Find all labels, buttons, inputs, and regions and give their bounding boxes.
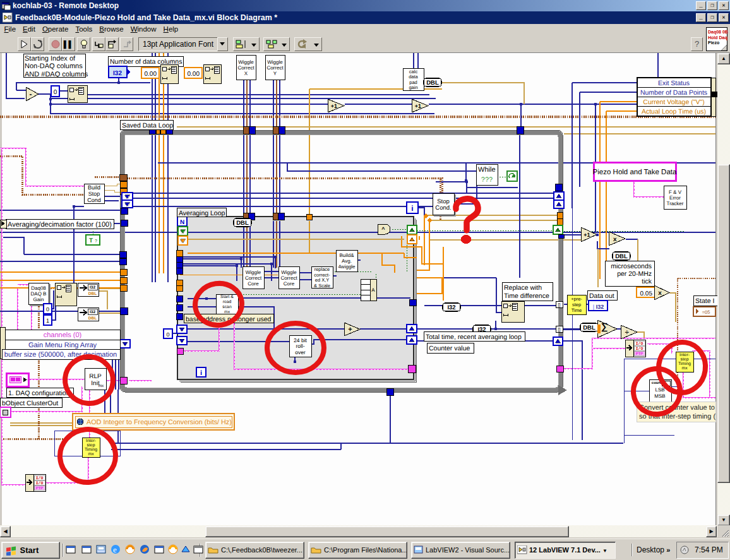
svg-text:+1: +1 [415, 103, 421, 109]
svg-text:I/O: I/O [36, 476, 44, 480]
svg-text:Wiggle: Wiggle [246, 270, 261, 275]
svg-text:^: ^ [381, 226, 385, 232]
svg-text:÷: ÷ [625, 329, 629, 337]
svg-text:Error: Error [669, 195, 681, 201]
svg-text:Wiggle: Wiggle [238, 59, 254, 65]
svg-text:DBL: DBL [236, 220, 249, 227]
svg-text:1. DAQ configuration: 1. DAQ configuration [8, 390, 70, 397]
svg-text:Stop: Stop [437, 198, 450, 205]
svg-text:RLP: RLP [89, 373, 102, 380]
svg-text:24 bit: 24 bit [294, 337, 307, 343]
svg-text:0.00: 0.00 [188, 71, 200, 78]
svg-text:gain: gain [409, 85, 417, 90]
svg-text:Non-DAQ columns: Non-DAQ columns [25, 63, 83, 70]
svg-text:State I: State I [695, 297, 714, 305]
svg-text:I/O: I/O [636, 342, 643, 346]
svg-text:mx: mx [88, 452, 94, 456]
svg-text:Correct: Correct [245, 275, 262, 281]
svg-text:Total time, recent averaging l: Total time, recent averaging loop [426, 333, 522, 341]
svg-text:4wiggle: 4wiggle [338, 264, 356, 270]
svg-text:?: ? [95, 239, 97, 244]
svg-text:Number of Data Points: Number of Data Points [640, 89, 707, 97]
svg-text:Build: Build [88, 184, 100, 191]
svg-text:PTP: PTP [36, 486, 44, 491]
svg-text:Data out: Data out [589, 292, 614, 300]
svg-text:per 20-MHz: per 20-MHz [617, 270, 652, 278]
svg-text:Avg.: Avg. [342, 258, 352, 264]
svg-text:MSB: MSB [654, 393, 665, 399]
svg-text:A: A [371, 287, 375, 293]
svg-text:While: While [478, 166, 496, 174]
svg-text:DBL: DBL [426, 80, 439, 86]
svg-text:x: x [658, 290, 662, 297]
svg-text:???: ??? [481, 176, 493, 184]
svg-text:DBL: DBL [88, 316, 97, 321]
svg-text:i: i [200, 369, 202, 377]
svg-text:Y: Y [273, 71, 277, 76]
svg-text:i: i [411, 204, 413, 213]
svg-text:mx: mx [681, 366, 688, 371]
svg-text:PTP: PTP [636, 352, 643, 356]
svg-text:Correct: Correct [266, 65, 284, 71]
svg-text:AOD Integer to Frequency Conve: AOD Integer to Frequency Conversion (bit… [87, 419, 232, 426]
svg-text:Gain: Gain [33, 297, 44, 302]
svg-text:0.00: 0.00 [145, 71, 157, 78]
svg-text:Saved Data Loop: Saved Data Loop [122, 122, 173, 129]
svg-text:AND #DAQ columns: AND #DAQ columns [25, 71, 88, 78]
svg-text:+1: +1 [331, 103, 337, 109]
svg-text:I/O: I/O [636, 347, 643, 351]
svg-text:[]: [] [558, 302, 561, 307]
svg-text:Wiggle: Wiggle [281, 270, 297, 275]
svg-text:0.05: 0.05 [640, 290, 653, 297]
svg-text:Core: Core [248, 281, 259, 287]
svg-text:Core: Core [284, 281, 295, 287]
svg-text:N: N [180, 219, 184, 226]
svg-text:LSB: LSB [655, 387, 664, 393]
svg-text:0: 0 [46, 306, 49, 313]
svg-text:Build&: Build& [339, 253, 354, 258]
svg-text:Gain Menu Ring Array: Gain Menu Ring Array [28, 342, 97, 349]
svg-text:step: step [681, 357, 689, 362]
svg-text:DBL: DBL [88, 292, 97, 296]
svg-text:channels (0): channels (0) [44, 331, 82, 339]
svg-text:DAQ B: DAQ B [31, 291, 47, 297]
svg-text:Current Voltage ("V"): Current Voltage ("V") [643, 98, 704, 106]
svg-text:Replace with: Replace with [504, 284, 542, 292]
svg-text:X: X [244, 71, 248, 76]
svg-text:[]: [] [558, 327, 561, 332]
svg-text:Averaging Loop: Averaging Loop [179, 210, 225, 217]
svg-text:I32: I32 [447, 304, 455, 311]
svg-text:Daq08: Daq08 [31, 285, 46, 291]
svg-text:bObject ClusterOut: bObject ClusterOut [2, 400, 58, 407]
svg-text:Time: Time [571, 307, 582, 313]
svg-text:microseconds: microseconds [611, 263, 652, 270]
svg-text:tick: tick [642, 278, 652, 285]
svg-text:roll-: roll- [296, 343, 304, 349]
svg-text:Inter-: Inter- [679, 353, 690, 357]
svg-text:mx: mx [99, 384, 104, 388]
svg-text:step: step [572, 302, 581, 307]
svg-text:I/O: I/O [36, 481, 44, 486]
svg-text:Time difference: Time difference [504, 292, 549, 300]
svg-text:Averaging/decimation factor (1: Averaging/decimation factor (100) [8, 221, 112, 229]
svg-text:-: - [30, 90, 32, 98]
svg-text:Starting Index of: Starting Index of [25, 55, 76, 63]
svg-text:read: read [223, 300, 232, 304]
svg-text:1: 1 [46, 318, 49, 324]
svg-text:Piezo Hold and Take Data: Piezo Hold and Take Data [593, 169, 677, 176]
svg-text:0: 0 [54, 89, 57, 96]
svg-text:I32: I32 [90, 310, 95, 314]
svg-text:I32: I32 [90, 285, 95, 290]
svg-text:DBL: DBL [615, 253, 628, 260]
svg-text:+1: +1 [583, 232, 590, 238]
svg-text:Start &: Start & [220, 295, 234, 299]
svg-text:∑: ∑ [601, 321, 608, 332]
svg-text:e: e [113, 545, 117, 554]
svg-text:Correct: Correct [237, 65, 254, 71]
svg-text:& Scale: & Scale [314, 283, 330, 289]
svg-text:Stop: Stop [88, 191, 100, 197]
svg-text:Tracker: Tracker [667, 201, 684, 206]
svg-text:Timing: Timing [85, 448, 97, 452]
svg-text:|: | [593, 304, 594, 310]
svg-text:+pre-: +pre- [571, 296, 582, 302]
